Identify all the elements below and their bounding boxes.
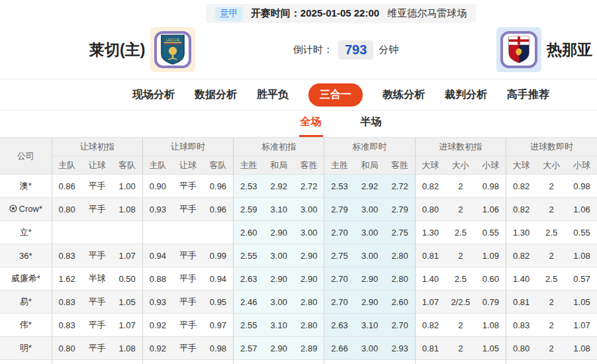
odds-cell: 2.80 xyxy=(294,314,324,337)
odds-cell: 2.53 xyxy=(324,175,355,198)
company-name: 36* xyxy=(0,244,52,267)
odds-cell: 0.96 xyxy=(203,198,234,221)
nav-tab-7[interactable]: 高手推荐 xyxy=(507,88,549,102)
odds-cell: 3.00 xyxy=(294,198,324,221)
company-name: 易* xyxy=(0,291,52,314)
sub-header: 小球 xyxy=(476,156,506,175)
sub-header: 小球 xyxy=(567,156,597,175)
odds-cell: 2.5 xyxy=(536,267,567,291)
nav-tab-6[interactable]: 裁判分析 xyxy=(445,88,487,102)
odds-cell: 平手 xyxy=(173,314,203,337)
subtab-1[interactable]: 全场 xyxy=(299,110,323,137)
odds-cell: 2/2.5 xyxy=(445,291,476,314)
odds-cell: 0.94 xyxy=(142,244,173,267)
away-team-logo xyxy=(496,27,541,72)
sub-header: 主胜 xyxy=(234,156,264,175)
odds-cell: 2.60 xyxy=(385,291,415,314)
odds-cell: 0.80 xyxy=(415,198,445,221)
odds-cell: 2.55 xyxy=(234,244,264,267)
sub-header: 让球 xyxy=(173,156,203,175)
odds-cell: 0.97 xyxy=(203,314,234,337)
teams-row: 莱切(主) LECCE 倒计时： 793 分钟 xyxy=(89,27,592,72)
odds-cell: 2.63 xyxy=(234,267,264,291)
sub-header: 客队 xyxy=(203,156,234,175)
partial-row xyxy=(0,360,597,364)
odds-row: 立*2.602.903.002.703.002.751.302.50.551.3… xyxy=(0,221,597,244)
odds-cell: 3.10 xyxy=(263,314,294,337)
match-info-bar: 意甲 开赛时间：2025-01-05 22:00 维亚德尔马雷球场 xyxy=(206,4,476,23)
odds-cell: 2.70 xyxy=(324,291,355,314)
odds-cell: 平手 xyxy=(173,198,203,221)
group-header-6: 进球数即时 xyxy=(506,138,597,156)
odds-cell: 1.08 xyxy=(476,314,506,337)
partial-cell xyxy=(234,360,264,364)
odds-cell: 2.70 xyxy=(324,267,355,291)
odds-cell: 2.72 xyxy=(385,175,415,198)
odds-cell xyxy=(203,221,234,244)
odds-cell: 2.90 xyxy=(355,291,385,314)
odds-cell: 平手 xyxy=(82,175,113,198)
odds-cell: 2 xyxy=(445,337,476,360)
odds-cell: 2.70 xyxy=(385,314,415,337)
sub-header: 和局 xyxy=(355,156,385,175)
odds-cell: 2 xyxy=(536,337,567,360)
odds-cell: 0.83 xyxy=(52,291,82,314)
odds-cell: 2 xyxy=(536,291,567,314)
odds-cell: 2.72 xyxy=(294,175,324,198)
nav-tab-5[interactable]: 教练分析 xyxy=(383,88,425,102)
odds-cell: 0.95 xyxy=(203,291,234,314)
odds-cell: 2.90 xyxy=(263,221,294,244)
odds-row: 伟*0.83平手1.070.92平手0.972.553.102.802.633.… xyxy=(0,314,597,337)
odds-cell: 2.92 xyxy=(355,175,385,198)
sub-header: 大球 xyxy=(506,156,536,175)
countdown-value: 793 xyxy=(338,40,373,60)
odds-cell: 0.94 xyxy=(203,267,234,291)
away-team-name: 热那亚 xyxy=(547,40,592,60)
odds-cell: 0.98 xyxy=(203,337,234,360)
odds-cell: 平手 xyxy=(82,337,113,360)
league-badge: 意甲 xyxy=(215,7,243,21)
partial-cell xyxy=(506,360,536,364)
subtab-2[interactable]: 半场 xyxy=(359,110,383,137)
nav-tab-2[interactable]: 数据分析 xyxy=(195,88,237,102)
odds-cell: 2.60 xyxy=(234,221,264,244)
odds-cell: 0.99 xyxy=(203,244,234,267)
odds-cell: 2.57 xyxy=(234,337,264,360)
odds-cell: 0.79 xyxy=(476,291,506,314)
odds-cell: 0.96 xyxy=(203,175,234,198)
odds-cell: 0.81 xyxy=(415,337,445,360)
nav-tab-3[interactable]: 胜平负 xyxy=(257,88,289,102)
odds-cell: 1.40 xyxy=(415,267,445,291)
partial-cell xyxy=(385,360,415,364)
odds-cell: 0.86 xyxy=(52,175,82,198)
odds-cell: 1.07 xyxy=(415,291,445,314)
odds-cell: 1.06 xyxy=(567,198,597,221)
odds-cell: 0.50 xyxy=(113,267,143,291)
nav-tab-4[interactable]: 三合一 xyxy=(308,83,363,107)
nav-tab-1[interactable]: 现场分析 xyxy=(132,88,175,102)
sub-header: 客胜 xyxy=(385,156,415,175)
odds-cell: 0.82 xyxy=(506,244,536,267)
odds-cell: 2.90 xyxy=(355,267,385,291)
odds-cell: 0.80 xyxy=(52,337,82,360)
odds-cell: 1.08 xyxy=(567,337,597,360)
odds-cell: 2 xyxy=(445,175,476,198)
odds-cell: 3.00 xyxy=(294,221,324,244)
odds-row: 明*0.80平手1.080.92平手0.982.572.902.892.663.… xyxy=(0,337,597,360)
odds-cell: 2.90 xyxy=(263,267,294,291)
odds-cell: 2.75 xyxy=(324,244,355,267)
odds-cell: 1.09 xyxy=(476,244,506,267)
home-team-logo: LECCE xyxy=(150,27,195,72)
odds-cell: 平手 xyxy=(82,314,113,337)
odds-cell: 2 xyxy=(445,244,476,267)
odds-cell xyxy=(113,221,143,244)
odds-cell: 2.59 xyxy=(234,198,264,221)
odds-cell: 1.08 xyxy=(113,198,143,221)
venue-name: 维亚德尔马雷球场 xyxy=(387,7,467,20)
odds-cell: 3.10 xyxy=(263,198,294,221)
odds-cell: 平手 xyxy=(82,244,113,267)
odds-cell: 0.83 xyxy=(52,244,82,267)
odds-cell: 0.92 xyxy=(142,337,173,360)
odds-cell: 0.80 xyxy=(52,198,82,221)
company-name: 明* xyxy=(0,337,52,360)
